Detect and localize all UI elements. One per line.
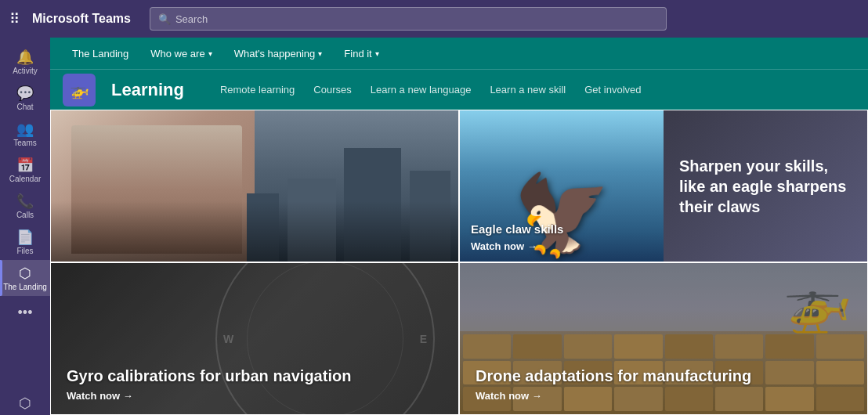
search-bar[interactable]: 🔍 — [150, 7, 667, 31]
main-body: 🔔 Activity 💬 Chat 👥 Teams 📅 Calendar 📞 C… — [0, 38, 868, 415]
content-grid: 🦅 Eagle claw skills Watch now → Sharpen … — [50, 110, 868, 415]
activity-icon: 🔔 — [16, 50, 34, 64]
nav-bar: The Landing Who we are ▾ What's happenin… — [50, 38, 868, 69]
app-title: Microsoft Teams — [32, 12, 131, 26]
eagle-content: Eagle claw skills Watch now → — [460, 110, 664, 262]
sidebar-item-calendar[interactable]: 📅 Calendar — [0, 152, 50, 188]
learning-logo: 🚁 — [63, 74, 96, 106]
nav-item-whats-happening[interactable]: What's happening ▾ — [225, 38, 332, 69]
learning-nav-learn-new-skill[interactable]: Learn a new skill — [482, 81, 573, 99]
card-top-left-gradient — [51, 110, 458, 262]
sidebar-item-calls[interactable]: 📞 Calls — [0, 188, 50, 224]
gyro-card-title: Gyro calibrations for urban navigation — [67, 367, 443, 385]
find-it-chevron: ▾ — [375, 49, 379, 58]
card-top-left[interactable] — [50, 110, 459, 262]
content-area: The Landing Who we are ▾ What's happenin… — [50, 38, 868, 415]
learning-nav: Remote learning Courses Learn a new lang… — [212, 81, 649, 99]
eagle-section: 🦅 Eagle claw skills Watch now → — [460, 110, 664, 262]
search-input[interactable] — [175, 13, 658, 25]
nav-item-find-it[interactable]: Find it ▾ — [335, 38, 388, 69]
top-bar: ⠿ Microsoft Teams 🔍 — [0, 0, 868, 38]
sidebar-item-teams[interactable]: 👥 Teams — [0, 116, 50, 152]
learning-header: 🚁 Learning Remote learning Courses Learn… — [50, 69, 868, 110]
learning-title: Learning — [111, 80, 184, 100]
card-bottom-left-content: Gyro calibrations for urban navigation W… — [51, 263, 458, 414]
eagle-watch-now[interactable]: Watch now → — [471, 240, 653, 252]
whats-happening-chevron: ▾ — [318, 49, 322, 58]
gyro-watch-now[interactable]: Watch now → — [67, 390, 443, 402]
card-bottom-left[interactable]: N S E W 340 Gyro calibrations for urban … — [50, 262, 459, 415]
more-icon: ••• — [18, 305, 33, 319]
card-bottom-right[interactable]: 🚁 Drone adaptations for manufacturing Wa… — [459, 262, 868, 415]
learning-nav-learn-new-language[interactable]: Learn a new language — [363, 81, 479, 99]
who-we-are-chevron: ▾ — [208, 49, 212, 58]
landing-icon: ⬡ — [19, 266, 31, 280]
nav-item-who-we-are[interactable]: Who we are ▾ — [141, 38, 221, 69]
calls-icon: 📞 — [16, 194, 34, 208]
apps-icon: ⬡ — [19, 396, 31, 410]
search-icon: 🔍 — [158, 13, 171, 25]
files-icon: 📄 — [16, 230, 34, 244]
drone-watch-now[interactable]: Watch now → — [476, 390, 852, 402]
sidebar-item-activity[interactable]: 🔔 Activity — [0, 44, 50, 80]
calendar-icon: 📅 — [16, 158, 34, 172]
learning-nav-remote-learning[interactable]: Remote learning — [212, 81, 302, 99]
sidebar-item-files[interactable]: 📄 Files — [0, 224, 50, 260]
sidebar: 🔔 Activity 💬 Chat 👥 Teams 📅 Calendar 📞 C… — [0, 38, 50, 415]
card-top-left-visual — [51, 110, 458, 262]
eagle-card-title: Eagle claw skills — [471, 222, 653, 236]
learning-nav-courses[interactable]: Courses — [306, 81, 359, 99]
sidebar-item-chat[interactable]: 💬 Chat — [0, 80, 50, 116]
card-bottom-right-content: Drone adaptations for manufacturing Watc… — [460, 263, 867, 414]
teams-icon: 👥 — [16, 122, 34, 136]
sidebar-item-the-landing[interactable]: ⬡ The Landing — [0, 260, 50, 296]
drone-card-title: Drone adaptations for manufacturing — [476, 367, 852, 385]
drone-logo-icon: 🚁 — [70, 81, 89, 99]
sidebar-item-apps[interactable]: ⬡ — [0, 390, 50, 415]
card-top-right[interactable]: 🦅 Eagle claw skills Watch now → Sharpen … — [459, 110, 868, 262]
sharpen-text: Sharpen your skills, like an eagle sharp… — [679, 156, 852, 217]
nav-item-the-landing[interactable]: The Landing — [63, 38, 138, 69]
text-section: Sharpen your skills, like an eagle sharp… — [664, 110, 867, 262]
sidebar-item-more[interactable]: ••• — [0, 299, 50, 324]
chat-icon: 💬 — [16, 86, 34, 100]
learning-nav-get-involved[interactable]: Get involved — [577, 81, 649, 99]
grid-icon[interactable]: ⠿ — [9, 10, 20, 27]
